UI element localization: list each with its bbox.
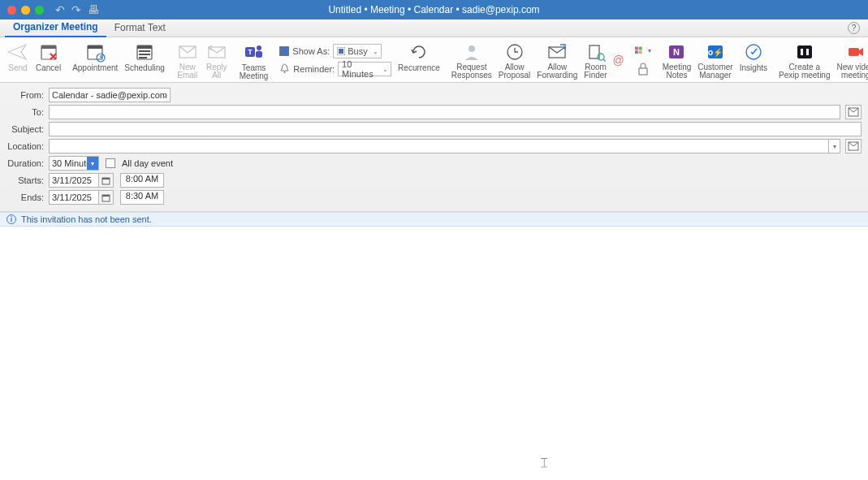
svg-rect-47 bbox=[102, 195, 110, 197]
tab-organizer-meeting[interactable]: Organizer Meeting bbox=[5, 19, 106, 37]
lock-button[interactable] bbox=[635, 61, 651, 77]
all-day-label: All day event bbox=[122, 158, 173, 168]
allow-forwarding-button[interactable]: Allow Forwarding bbox=[533, 39, 581, 80]
scheduling-button[interactable]: Scheduling bbox=[121, 39, 167, 80]
show-as-reminder-group: Show As: Busy ⌄ Reminder: 10 Minutes ⌄ bbox=[276, 39, 395, 80]
svg-rect-27 bbox=[638, 50, 641, 54]
svg-text:N: N bbox=[674, 47, 680, 57]
to-field[interactable] bbox=[49, 105, 840, 119]
info-icon: i bbox=[6, 214, 16, 224]
ends-time-field[interactable]: 8:30 AM bbox=[120, 190, 164, 205]
calendar-icon bbox=[101, 176, 110, 185]
request-responses-button[interactable]: Request Responses bbox=[448, 39, 495, 80]
location-field[interactable] bbox=[49, 139, 829, 154]
location-picker-button[interactable] bbox=[845, 139, 862, 154]
from-dropdown[interactable]: Calendar - sadie@pexip.com ⌄ bbox=[49, 88, 171, 102]
video-icon bbox=[844, 41, 867, 63]
appointment-button[interactable]: Appointment bbox=[69, 39, 121, 80]
room-finder-button[interactable]: Room Finder bbox=[581, 39, 610, 80]
to-label: To: bbox=[6, 107, 49, 117]
starts-time-field[interactable]: 8:00 AM bbox=[120, 173, 164, 188]
new-video-meeting-button[interactable]: New video meeting bbox=[833, 39, 868, 80]
reply-all-icon bbox=[205, 41, 228, 63]
starts-label: Starts: bbox=[6, 175, 49, 185]
from-label: From: bbox=[6, 90, 49, 100]
customer-manager-button[interactable]: o⚡ Customer Manager bbox=[694, 39, 736, 80]
starts-date-field[interactable]: 3/11/2025 bbox=[49, 173, 99, 188]
teams-meeting-button[interactable]: T Teams Meeting bbox=[236, 39, 272, 80]
undo-icon[interactable]: ↶ bbox=[55, 3, 65, 16]
subject-field[interactable] bbox=[49, 122, 862, 136]
svg-rect-26 bbox=[635, 50, 638, 54]
ends-date-picker-button[interactable] bbox=[99, 190, 114, 205]
show-as-swatch-icon bbox=[279, 46, 289, 56]
customer-manager-icon: o⚡ bbox=[704, 41, 727, 63]
teams-icon: T bbox=[243, 41, 266, 63]
titlebar: ↶ ↷ 🖶 Untitled • Meeting • Calendar • sa… bbox=[0, 0, 868, 19]
svg-rect-24 bbox=[635, 46, 638, 50]
tab-format-text[interactable]: Format Text bbox=[106, 19, 174, 37]
svg-point-19 bbox=[469, 45, 475, 52]
onenote-icon: N bbox=[665, 41, 688, 63]
chevron-down-icon: ⌄ bbox=[382, 66, 388, 73]
meeting-notes-button[interactable]: N Meeting Notes bbox=[659, 39, 695, 80]
address-book-icon bbox=[848, 107, 859, 117]
svg-rect-1 bbox=[41, 45, 56, 49]
address-book-icon bbox=[848, 141, 859, 151]
address-book-button[interactable] bbox=[845, 105, 862, 119]
svg-rect-45 bbox=[102, 178, 110, 179]
ends-label: Ends: bbox=[6, 192, 49, 202]
create-pexip-meeting-button[interactable]: Create a Pexip meeting bbox=[775, 39, 833, 80]
duration-label: Duration: bbox=[6, 158, 49, 168]
svg-rect-3 bbox=[88, 45, 102, 49]
send-button[interactable]: Send bbox=[3, 39, 32, 80]
calendar-icon bbox=[101, 193, 110, 202]
chevron-down-icon: ⌄ bbox=[373, 48, 378, 55]
cancel-icon bbox=[37, 41, 60, 63]
ends-date-field[interactable]: 3/11/2025 bbox=[49, 190, 99, 205]
duration-dropdown[interactable]: 30 Minutes ▾ bbox=[49, 156, 99, 171]
reminder-label: Reminder: bbox=[293, 64, 335, 74]
svg-text:o⚡: o⚡ bbox=[708, 47, 723, 58]
svg-rect-17 bbox=[339, 49, 343, 54]
pexip-icon bbox=[793, 41, 816, 63]
send-icon bbox=[6, 41, 29, 63]
new-email-button[interactable]: New Email bbox=[173, 39, 202, 80]
clock-icon bbox=[503, 41, 526, 63]
show-as-label: Show As: bbox=[292, 46, 330, 56]
all-day-checkbox[interactable] bbox=[106, 158, 115, 168]
svg-rect-8 bbox=[139, 54, 150, 55]
categorize-button[interactable]: ▾ bbox=[635, 43, 651, 59]
location-dropdown[interactable]: ▾ bbox=[829, 139, 840, 154]
at-mention-button[interactable]: @ bbox=[611, 52, 627, 68]
location-label: Location: bbox=[6, 141, 49, 151]
appointment-icon bbox=[84, 41, 106, 63]
starts-date-picker-button[interactable] bbox=[99, 173, 114, 188]
insights-icon bbox=[742, 41, 765, 63]
reminder-dropdown[interactable]: 10 Minutes ⌄ bbox=[338, 62, 391, 76]
recurrence-button[interactable]: Recurrence bbox=[395, 39, 443, 80]
cancel-button[interactable]: Cancel bbox=[32, 39, 64, 80]
svg-rect-15 bbox=[280, 47, 288, 55]
info-bar: i This invitation has not been sent. bbox=[0, 212, 868, 227]
minimize-window-button[interactable] bbox=[21, 6, 30, 15]
message-body[interactable]: ⌶ bbox=[0, 227, 868, 480]
forward-envelope-icon bbox=[546, 41, 568, 63]
insights-button[interactable]: Insights bbox=[736, 39, 771, 80]
svg-rect-36 bbox=[806, 49, 809, 55]
text-cursor-icon: ⌶ bbox=[541, 456, 547, 469]
allow-proposal-button[interactable]: Allow Proposal bbox=[495, 39, 533, 80]
show-as-dropdown[interactable]: Busy ⌄ bbox=[333, 44, 382, 58]
zoom-window-button[interactable] bbox=[35, 6, 44, 15]
help-button[interactable]: ? bbox=[848, 22, 860, 34]
reply-all-button[interactable]: Reply All bbox=[202, 39, 231, 80]
close-window-button[interactable] bbox=[7, 6, 16, 15]
subject-label: Subject: bbox=[6, 124, 49, 134]
svg-rect-37 bbox=[849, 48, 859, 56]
print-icon[interactable]: 🖶 bbox=[88, 3, 99, 16]
window-controls bbox=[7, 6, 44, 15]
svg-point-14 bbox=[257, 45, 261, 50]
redo-icon[interactable]: ↷ bbox=[71, 3, 81, 16]
svg-rect-28 bbox=[639, 68, 647, 75]
svg-rect-35 bbox=[801, 49, 803, 55]
